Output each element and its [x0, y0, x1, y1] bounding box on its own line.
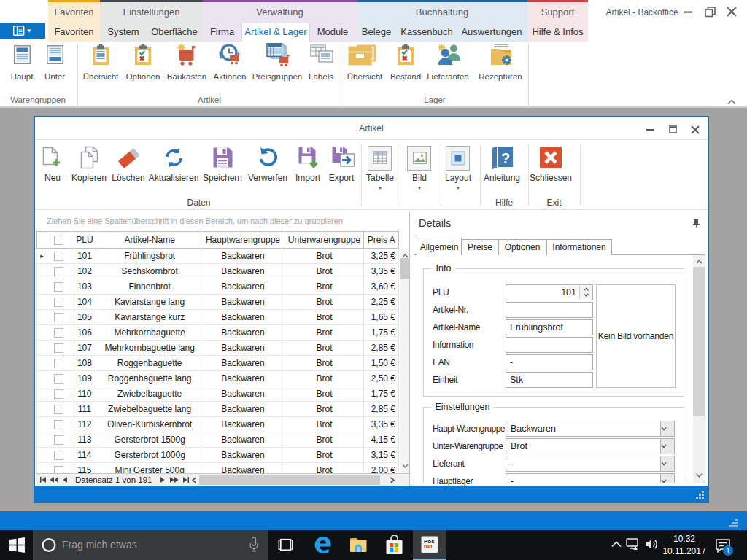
svg-text:1: 1 — [726, 547, 730, 555]
svg-text:?: ? — [501, 150, 510, 166]
